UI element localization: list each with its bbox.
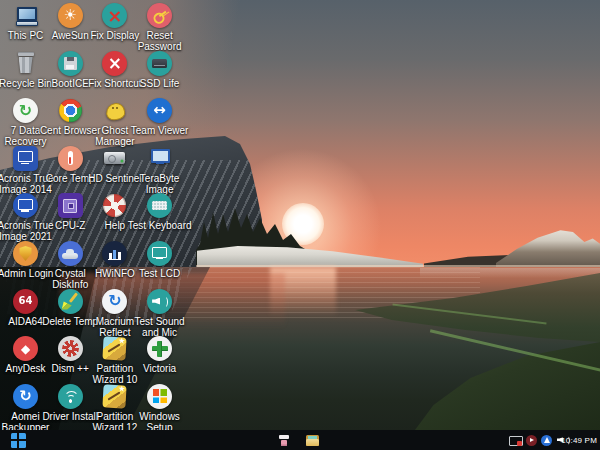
desktop-icon-team-viewer[interactable]: ↔Team Viewer — [137, 98, 182, 136]
macrium-reflect-glyph: ↻ — [108, 293, 121, 309]
clock[interactable]: 10:49 PM — [561, 430, 597, 450]
desktop-icon-grid: This PC☀AweSun×Fix DisplayReset Password… — [0, 0, 600, 450]
partition-wizard-10-icon — [102, 336, 127, 361]
monw-icon — [17, 199, 34, 213]
desktop-icon-acronis-true-image-2014[interactable]: Acronis True Image 2014 — [3, 146, 48, 195]
victoria-label: Victoria — [120, 363, 200, 374]
terabyte-image-icon — [147, 146, 172, 171]
car-icon — [62, 249, 78, 259]
fix-display-glyph: × — [107, 7, 122, 25]
awesun-glyph: ☀ — [63, 8, 76, 23]
desktop: This PC☀AweSun×Fix DisplayReset Password… — [0, 0, 600, 450]
lifesaver-icon — [103, 194, 126, 217]
ghost-manager-icon — [102, 98, 127, 123]
test-keyboard-icon — [147, 193, 172, 218]
win-icon — [153, 389, 167, 403]
broom-icon — [62, 293, 79, 310]
system-tray: 10:49 PM — [477, 430, 597, 450]
team-viewer-label: Team Viewer — [120, 125, 200, 136]
test-lcd-label: Test LCD — [120, 268, 200, 279]
start-button[interactable] — [6, 430, 30, 450]
macrium-reflect-icon: ↻ — [102, 289, 127, 314]
bars-icon — [108, 247, 122, 260]
acronis-true-image-2021-icon — [13, 193, 38, 218]
floppy-icon — [64, 57, 77, 70]
pinned-app-button[interactable] — [274, 430, 294, 450]
play-circle-icon[interactable] — [526, 435, 537, 446]
desktop-icon-ssd-life[interactable]: SSD Life — [137, 51, 182, 89]
desktop-icon-reset-password[interactable]: Reset Password — [137, 3, 182, 52]
anydesk-icon: ◆ — [13, 336, 38, 361]
desktop-icon-terabyte-image[interactable]: TeraByte Image — [137, 146, 182, 195]
monw-icon — [17, 151, 34, 165]
fix-display-icon: × — [102, 3, 127, 28]
wizard-icon — [103, 384, 127, 408]
folder-icon — [306, 435, 319, 446]
terabyte-image-label: TeraByte Image — [120, 173, 200, 195]
key-icon — [149, 5, 170, 26]
pc-icon — [15, 6, 37, 26]
kbd-icon — [152, 201, 167, 210]
test-sound-and-mic-label: Test Sound and Mic — [120, 316, 200, 338]
test-keyboard-label: Test Keyboard — [120, 220, 200, 231]
aomei-backupper-icon: ↻ — [13, 384, 38, 409]
file-explorer-button[interactable] — [302, 430, 322, 450]
fix-shortcut-icon: × — [102, 51, 127, 76]
dism-plus-plus-icon — [58, 336, 83, 361]
desktop-icon-test-keyboard[interactable]: Test Keyboard — [137, 193, 182, 231]
recycle-bin-icon — [13, 51, 38, 76]
desktop-icon-partition-wizard-10[interactable]: Partition Wizard 10 — [92, 336, 137, 385]
taskbar: 10:49 PM — [0, 430, 600, 450]
ssd-icon — [152, 59, 167, 68]
desktop-icon-test-lcd[interactable]: Test LCD — [137, 241, 182, 279]
display-status-icon[interactable] — [509, 436, 521, 446]
acronis-tray-icon[interactable] — [541, 435, 552, 446]
windows-logo-icon — [11, 433, 26, 448]
delete-temp-icon — [58, 289, 83, 314]
shield-icon — [19, 246, 32, 261]
test-sound-and-mic-icon — [147, 289, 172, 314]
anydesk-glyph: ◆ — [21, 343, 30, 355]
desktop-icon-windows-setup[interactable]: Windows Setup — [137, 384, 182, 433]
team-viewer-icon: ↔ — [147, 98, 172, 123]
7-data-recovery-glyph: ↻ — [19, 103, 32, 119]
monb-icon — [148, 148, 172, 168]
lcd-icon — [151, 247, 168, 260]
desktop-icon-aomei-backupper[interactable]: ↻Aomei Backupper — [3, 384, 48, 433]
team-viewer-glyph: ↔ — [153, 103, 166, 118]
crystal-diskinfo-icon — [58, 241, 83, 266]
bootice-icon — [58, 51, 83, 76]
driver-install-icon — [58, 384, 83, 409]
desktop-icon-acronis-true-image-2021[interactable]: Acronis True Image 2021 — [3, 193, 48, 242]
ghost-icon — [104, 101, 126, 121]
7-data-recovery-icon: ↻ — [13, 98, 38, 123]
this-pc-icon — [13, 3, 38, 28]
partition-wizard-12-icon — [102, 384, 127, 409]
desktop-icon-victoria[interactable]: Victoria — [137, 336, 182, 374]
desktop-icon-ghost-manager[interactable]: Ghost Manager — [92, 98, 137, 147]
reset-password-label: Reset Password — [120, 30, 200, 52]
gear-icon — [62, 340, 79, 357]
desktop-icon-crystal-diskinfo[interactable]: Crystal DiskInfo — [48, 241, 93, 290]
plus-icon — [152, 341, 168, 357]
help-icon — [102, 193, 127, 218]
cpu-icon — [63, 199, 77, 213]
windows-setup-icon — [147, 384, 172, 409]
desktop-icon-7-data-recovery[interactable]: ↻7 Data Recovery — [3, 98, 48, 147]
test-lcd-icon — [147, 241, 172, 266]
reset-password-icon — [147, 3, 172, 28]
thermo-icon — [68, 151, 73, 165]
aida64-glyph: 64 — [19, 296, 33, 306]
hwinfo-icon — [102, 241, 127, 266]
hd-sentinel-icon — [102, 146, 127, 171]
wifi-icon — [62, 389, 79, 403]
desktop-icon-test-sound-and-mic[interactable]: Test Sound and Mic — [137, 289, 182, 338]
pinned-app-icon — [278, 434, 290, 446]
hdd-icon — [103, 148, 126, 168]
victoria-icon — [147, 336, 172, 361]
chrome-icon — [59, 99, 82, 122]
cpu-z-icon — [58, 193, 83, 218]
fix-shortcut-glyph: × — [108, 55, 122, 72]
bin-icon — [15, 52, 37, 74]
aida64-icon: 64 — [13, 289, 38, 314]
